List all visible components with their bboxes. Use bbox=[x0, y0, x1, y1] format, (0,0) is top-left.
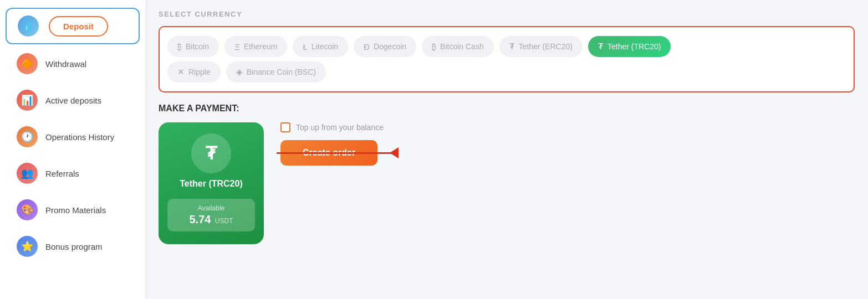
sidebar: 💧 Deposit 🔶 Withdrawal 📊 Active deposits… bbox=[0, 0, 145, 299]
bitcoin-cash-icon: ₿ bbox=[432, 42, 436, 51]
promo-icon: 🎨 bbox=[17, 199, 38, 220]
available-amount-row: 5.74 USDT bbox=[178, 213, 244, 226]
currency-ripple[interactable]: ✕ Ripple bbox=[167, 61, 221, 83]
available-unit: USDT bbox=[215, 217, 233, 225]
available-label: Available bbox=[178, 204, 244, 212]
bitcoin-icon: ₿ bbox=[177, 42, 182, 51]
active-deposits-icon: 📊 bbox=[17, 90, 38, 111]
main-content: SELECT CURRENCY ₿ Bitcoin Ξ Ethereum Ł L… bbox=[145, 0, 868, 299]
currency-bnb[interactable]: ◈ Binance Coin (BSC) bbox=[226, 61, 326, 83]
bnb-label: Binance Coin (BSC) bbox=[247, 68, 316, 76]
sidebar-item-operations-history[interactable]: 🕐 Operations History bbox=[6, 120, 140, 154]
currency-dogecoin[interactable]: Ð Dogecoin bbox=[354, 36, 416, 57]
sidebar-item-withdrawal[interactable]: 🔶 Withdrawal bbox=[6, 47, 140, 81]
currency-row-2: ✕ Ripple ◈ Binance Coin (BSC) bbox=[167, 61, 846, 83]
currency-row-1: ₿ Bitcoin Ξ Ethereum Ł Litecoin Ð Dogeco… bbox=[167, 36, 846, 57]
usdt-erc20-label: Tether (ERC20) bbox=[519, 42, 573, 51]
sidebar-item-promo-materials[interactable]: 🎨 Promo Materials bbox=[6, 193, 140, 227]
usdt-trc20-icon: ₮ bbox=[598, 42, 604, 51]
ripple-icon: ✕ bbox=[177, 67, 185, 77]
litecoin-label: Litecoin bbox=[312, 42, 338, 51]
tether-logo: ₮ bbox=[191, 133, 231, 173]
topup-checkbox[interactable] bbox=[280, 122, 290, 132]
ethereum-icon: Ξ bbox=[234, 42, 240, 51]
available-amount: 5.74 bbox=[189, 213, 211, 225]
sidebar-item-active-deposits[interactable]: 📊 Active deposits bbox=[6, 83, 140, 117]
referrals-icon: 👥 bbox=[17, 163, 38, 184]
sidebar-item-referrals[interactable]: 👥 Referrals bbox=[6, 156, 140, 190]
ripple-label: Ripple bbox=[188, 68, 211, 76]
topup-label: Top up from your balance bbox=[296, 123, 384, 132]
bonus-icon: ⭐ bbox=[17, 236, 38, 257]
arrow-indicator bbox=[390, 147, 399, 158]
sidebar-item-deposit[interactable]: 💧 Deposit bbox=[6, 8, 140, 44]
bitcoin-cash-label: Bitcoin Cash bbox=[440, 42, 484, 51]
ethereum-label: Ethereum bbox=[244, 42, 278, 51]
bnb-icon: ◈ bbox=[236, 67, 243, 77]
usdt-trc20-label: Tether (TRC20) bbox=[607, 42, 661, 51]
sidebar-label-operations: Operations History bbox=[45, 132, 114, 142]
create-order-wrapper: Create order bbox=[280, 140, 384, 166]
withdrawal-icon: 🔶 bbox=[17, 53, 38, 74]
currency-bitcoin[interactable]: ₿ Bitcoin bbox=[167, 36, 219, 57]
deposit-button[interactable]: Deposit bbox=[49, 16, 108, 37]
deposit-icon: 💧 bbox=[18, 16, 39, 37]
operations-icon: 🕐 bbox=[17, 126, 38, 147]
sidebar-label-withdrawal: Withdrawal bbox=[45, 59, 86, 69]
tether-card: ₮ Tether (TRC20) Available 5.74 USDT bbox=[159, 122, 264, 244]
currency-usdt-trc20[interactable]: ₮ Tether (TRC20) bbox=[588, 36, 671, 57]
payment-area: ₮ Tether (TRC20) Available 5.74 USDT Top… bbox=[159, 122, 855, 244]
dogecoin-label: Dogecoin bbox=[374, 42, 406, 51]
sidebar-label-referrals: Referrals bbox=[45, 169, 79, 178]
usdt-erc20-icon: ₮ bbox=[509, 42, 515, 51]
sidebar-label-bonus: Bonus program bbox=[45, 242, 103, 251]
payment-section-title: MAKE A PAYMENT: bbox=[159, 104, 855, 114]
currency-bitcoin-cash[interactable]: ₿ Bitcoin Cash bbox=[422, 36, 494, 57]
litecoin-icon: Ł bbox=[303, 42, 307, 51]
currency-ethereum[interactable]: Ξ Ethereum bbox=[224, 36, 287, 57]
sidebar-item-bonus-program[interactable]: ⭐ Bonus program bbox=[6, 229, 140, 264]
currency-section-title: SELECT CURRENCY bbox=[159, 10, 855, 18]
currency-litecoin[interactable]: Ł Litecoin bbox=[293, 36, 348, 57]
bitcoin-label: Bitcoin bbox=[186, 42, 209, 51]
payment-form: Top up from your balance Create order bbox=[280, 122, 384, 166]
currency-selector: ₿ Bitcoin Ξ Ethereum Ł Litecoin Ð Dogeco… bbox=[159, 26, 855, 92]
currency-usdt-erc20[interactable]: ₮ Tether (ERC20) bbox=[499, 36, 583, 57]
sidebar-label-promo: Promo Materials bbox=[45, 205, 106, 215]
sidebar-label-active-deposits: Active deposits bbox=[45, 96, 101, 105]
topup-row: Top up from your balance bbox=[280, 122, 384, 132]
tether-currency-name: Tether (TRC20) bbox=[180, 179, 243, 189]
available-box: Available 5.74 USDT bbox=[167, 199, 255, 231]
dogecoin-icon: Ð bbox=[364, 42, 370, 51]
arrow-line bbox=[277, 152, 399, 154]
